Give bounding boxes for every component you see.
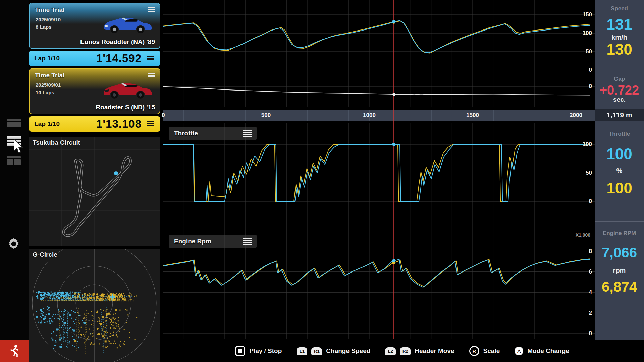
gap-ytick: 0: [565, 83, 592, 90]
rpm-value-blue: 7,066: [595, 245, 644, 261]
scale-control[interactable]: R Scale: [469, 346, 500, 356]
throttle-chart-header[interactable]: Throttle: [169, 127, 257, 140]
speed-ytick: 150: [565, 11, 592, 18]
change-speed-control[interactable]: L1 R1 Change Speed: [297, 347, 370, 355]
distance-tick: 1000: [356, 110, 383, 121]
rpm-ytick: 6: [565, 268, 592, 276]
r-stick-icon: R: [469, 346, 479, 356]
chart-menu-icon[interactable]: [243, 130, 252, 137]
lap-time: 1'13.108: [96, 118, 142, 130]
cursor-distance-readout: 1,119 m: [595, 109, 644, 121]
layout-single-icon[interactable]: [7, 119, 21, 127]
gap-value: +0.722: [595, 83, 644, 98]
control-label: Scale: [483, 347, 500, 355]
car-image-blue-roadster: [101, 15, 154, 34]
settings-gear-icon[interactable]: [7, 238, 20, 252]
session-card-blue[interactable]: Time Trial 2025/09/10 8 Laps Eunos Roadd…: [29, 3, 160, 49]
distance-tick: 1500: [459, 110, 486, 121]
telemetry-charts: [163, 0, 595, 340]
l2-button-icon: L2: [385, 347, 396, 355]
mouse-cursor: [13, 139, 25, 154]
gt-data-logger-screen: Time Trial 2025/09/10 8 Laps Eunos Roadd…: [0, 0, 644, 362]
rpm-value-yellow: 6,874: [595, 279, 644, 295]
track-map-panel: Tsukuba Circuit: [29, 137, 160, 246]
g-circle-title: G-Circle: [33, 251, 57, 258]
speed-ytick: 50: [565, 48, 592, 55]
session-date: 2025/09/01: [36, 82, 61, 88]
r1-button-icon: R1: [311, 347, 322, 355]
lap-number: Lap 1/10: [34, 55, 60, 62]
speed-readout-label: Speed: [595, 5, 644, 12]
throttle-chart-title: Throttle: [174, 130, 198, 137]
throttle-value-yellow: 100: [595, 179, 644, 197]
lap-number: Lap 1/10: [34, 120, 60, 128]
triangle-button-icon: △: [515, 347, 523, 355]
distance-tick: 0: [150, 110, 177, 121]
throttle-unit: %: [595, 167, 644, 175]
control-label: Play / Stop: [249, 347, 282, 355]
rpm-chart-header[interactable]: Engine Rpm: [169, 235, 257, 248]
lap-selector-yellow[interactable]: Lap 1/10 1'13.108: [29, 116, 160, 132]
chart-menu-icon[interactable]: [243, 238, 252, 245]
control-label: Header Move: [415, 347, 454, 355]
throttle-readout-label: Throttle: [595, 131, 644, 137]
distance-tick: 2000: [562, 110, 589, 121]
throttle-value-blue: 100: [595, 145, 644, 163]
l1-button-icon: L1: [297, 347, 307, 355]
play-stop-control[interactable]: Play / Stop: [235, 346, 282, 356]
distance-tick: 500: [253, 110, 279, 121]
throttle-ytick: 0: [565, 198, 592, 205]
divider: [595, 73, 644, 73]
layout-grid-icon[interactable]: [7, 156, 21, 165]
rpm-multiplier-label: X1,000: [576, 232, 590, 238]
header-move-control[interactable]: L2 R2 Header Move: [385, 347, 454, 355]
track-name: Tsukuba Circuit: [33, 139, 80, 146]
rpm-ytick: 8: [565, 248, 592, 255]
exit-button[interactable]: [0, 340, 29, 362]
rpm-readout-label: Engine RPM: [595, 230, 644, 237]
square-button-icon: [235, 346, 245, 356]
session-card-yellow[interactable]: Time Trial 2025/09/01 10 Laps Roadster S…: [29, 68, 160, 114]
speed-value-yellow: 130: [595, 40, 644, 58]
r2-button-icon: R2: [400, 347, 411, 355]
speed-value-blue: 131: [595, 15, 644, 34]
rpm-ytick: 4: [565, 289, 592, 296]
rpm-ytick: 2: [565, 309, 592, 317]
card-menu-icon[interactable]: [148, 73, 155, 77]
session-type: Time Trial: [35, 72, 64, 79]
rpm-unit: rpm: [595, 267, 644, 275]
g-circle-panel: G-Circle: [29, 249, 160, 362]
running-man-icon: [8, 344, 20, 358]
sidebar: [0, 0, 29, 362]
readout-panel: Speed 131 km/h 130 Gap +0.722 sec. Throt…: [595, 0, 644, 340]
rpm-chart-title: Engine Rpm: [174, 238, 211, 245]
lap-menu-icon[interactable]: [147, 121, 154, 127]
control-label: Mode Change: [527, 347, 569, 355]
gap-readout-label: Gap: [595, 76, 644, 82]
throttle-ytick: 50: [565, 169, 592, 177]
throttle-ytick: 100: [565, 141, 592, 148]
speed-ytick: 0: [565, 66, 592, 74]
lap-menu-icon[interactable]: [147, 56, 154, 61]
track-position-marker: [114, 171, 118, 175]
rpm-ytick: 0: [565, 330, 592, 337]
car-name: Eunos Roaddter (NA) '89: [80, 38, 155, 46]
car-image-red-roadster: [101, 80, 154, 99]
car-name: Roadster S (ND) '15: [96, 104, 155, 111]
session-date: 2025/09/10: [36, 17, 61, 22]
session-type: Time Trial: [35, 6, 64, 14]
session-laps: 8 Laps: [36, 24, 52, 30]
lap-time: 1'14.592: [96, 52, 142, 65]
lap-selector-blue[interactable]: Lap 1/10 1'14.592: [29, 51, 160, 66]
divider: [595, 221, 644, 222]
mode-change-control[interactable]: △ Mode Change: [515, 347, 569, 355]
session-laps: 10 Laps: [36, 89, 54, 95]
g-circle-plot: [29, 249, 160, 362]
track-map: [29, 137, 160, 246]
controller-hint-bar: Play / Stop L1 R1 Change Speed L2 R2 Hea…: [160, 340, 644, 362]
card-menu-icon[interactable]: [148, 7, 155, 12]
gap-unit: sec.: [595, 96, 644, 103]
speed-ytick: 100: [565, 29, 592, 37]
control-label: Change Speed: [326, 347, 370, 355]
